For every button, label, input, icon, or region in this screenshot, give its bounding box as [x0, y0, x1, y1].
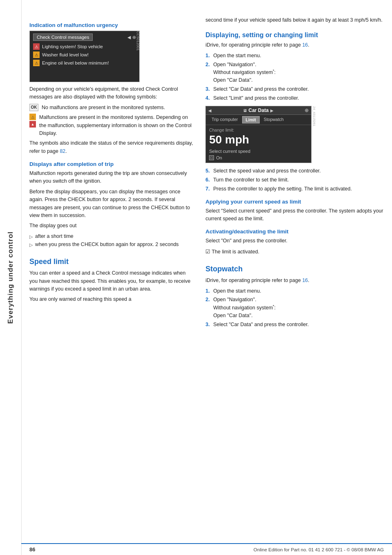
- stopwatch-step-num-2: 2.: [205, 296, 211, 304]
- image-label-1: CC5012001: [136, 31, 140, 51]
- step-num-2: 2.: [205, 61, 211, 69]
- heading-stopwatch: Stopwatch: [205, 265, 384, 273]
- cc-row-3: ⚠ Engine oil level below minimum!: [33, 59, 136, 67]
- stopwatch-step-1: 1. Open the start menu.: [205, 287, 384, 295]
- body-speed-2: You are only warned of reaching this spe…: [29, 295, 194, 303]
- heading-speed-limit: Speed limit: [29, 257, 194, 266]
- heading-malfunction-urgency: Indication of malfunction urgency: [29, 22, 194, 28]
- car-data-forward-arrow: ▶: [270, 108, 274, 113]
- warning-triangle-icon: △: [29, 114, 36, 120]
- body-trip-2: Before the display disappears, you can d…: [29, 188, 194, 220]
- step-num-6: 6.: [205, 176, 211, 184]
- step-text-1: Open the start menu.: [213, 52, 261, 60]
- step-num-4: 4.: [205, 94, 211, 102]
- cc-arrows: ◀ ⊕: [127, 35, 136, 40]
- bullet-arrow-icon-1: ▷: [29, 233, 33, 240]
- body-applying-speed: Select "Select current speed" and press …: [205, 207, 384, 223]
- sidebar-title: Everything under control: [7, 231, 15, 324]
- car-data-top-icon: ⊕: [305, 107, 309, 113]
- checkmark-icon: ☑: [205, 248, 210, 255]
- step-num-5: 5.: [205, 167, 211, 175]
- bullet-text-2: when you press the CHECK button again fo…: [35, 241, 179, 248]
- step-7: 7. Press the controller to apply the set…: [205, 185, 384, 193]
- symbol-ok-text: No malfunctions are present in the monit…: [42, 104, 165, 112]
- idrive-intro-stopwatch: iDrive, for operating principle refer to…: [205, 278, 301, 283]
- image-label-2: 24_43115261: [312, 106, 316, 126]
- car-data-checkbox-row: □ On: [209, 155, 308, 160]
- car-data-tab-stopwatch[interactable]: Stopwatch: [261, 116, 287, 123]
- car-data-tab-limit[interactable]: Limit: [242, 116, 260, 123]
- page-ref-16-stopwatch[interactable]: 16: [302, 278, 308, 283]
- section-speed-limit: Speed limit You can enter a speed and a …: [29, 257, 194, 304]
- stopwatch-step-2: 2. Open "Navigation".Without navigation …: [205, 296, 384, 319]
- step-text-2: Open "Navigation".Without navigation sys…: [213, 61, 276, 84]
- steps-list-1: 1. Open the start menu. 2. Open "Navigat…: [205, 52, 384, 102]
- section-activating-limit: Activating/deactivating the limit Select…: [205, 228, 384, 256]
- car-data-change-limit-label: Change limit:: [209, 128, 308, 132]
- cc-arrow-left: ◀: [127, 35, 131, 40]
- body-speed-continued: second time if your vehicle speed falls …: [205, 16, 384, 24]
- stopwatch-step-num-1: 1.: [205, 287, 211, 295]
- step-4: 4. Select "Limit" and press the controll…: [205, 94, 384, 102]
- cc-title-bar: Check Control messages ◀ ⊕: [33, 34, 136, 41]
- idrive-end: .: [308, 42, 309, 48]
- stopwatch-step-text-3: Select "Car Data" and press the controll…: [213, 321, 309, 329]
- cc-row-text-2: Washer fluid level low!: [42, 52, 89, 57]
- idrive-ref-stopwatch: iDrive, for operating principle refer to…: [205, 277, 384, 284]
- step-text-6: Turn the controller to set the limit.: [213, 176, 289, 184]
- step-2: 2. Open "Navigation".Without navigation …: [205, 61, 384, 84]
- car-data-tabs-row: Trip computer Limit Stopwatch: [206, 115, 311, 125]
- section-displays-after-trip: Displays after completion of trip Malfun…: [29, 161, 194, 248]
- step-num-3: 3.: [205, 85, 211, 93]
- bullet-list-display: ▷ after a short time ▷ when you press th…: [29, 233, 194, 249]
- car-data-ui-box: ◀ 🖥 Car Data ▶ ⊕ Trip computer Limit Sto…: [205, 106, 312, 163]
- page-ref-82[interactable]: 82: [60, 148, 65, 154]
- body-malfunction-1: Depending on your vehicle's equipment, t…: [29, 85, 194, 101]
- section-displaying-limit: Displaying, setting or changing limit iD…: [205, 31, 384, 192]
- right-column: second time if your vehicle speed falls …: [205, 16, 384, 330]
- check-control-image: Check Control messages ◀ ⊕ ⚠ Lighting sy…: [29, 31, 140, 82]
- section-stopwatch: Stopwatch iDrive, for operating principl…: [205, 265, 384, 328]
- ok-icon: OK: [29, 104, 38, 111]
- warning-triangle-icon-2: ▲: [29, 121, 36, 128]
- cc-arrow-icon: ⊕: [132, 35, 136, 40]
- step-3: 3. Select "Car Data" and press the contr…: [205, 85, 384, 93]
- left-column: Indication of malfunction urgency Check …: [29, 16, 194, 330]
- step-text-4: Select "Limit" and press the controller.: [213, 94, 299, 102]
- display-goes-out-text: The display goes out: [29, 222, 194, 230]
- body-activating-2: ☑ The limit is activated.: [205, 248, 384, 256]
- car-data-back-arrow: ◀: [208, 108, 212, 113]
- cc-warning-icon-2: ⚠: [33, 51, 40, 58]
- heading-displays-after-trip: Displays after completion of trip: [29, 161, 194, 167]
- car-data-body: Change limit: 50 mph Select current spee…: [206, 125, 311, 163]
- section-applying-speed: Applying your current speed as limit Sel…: [205, 199, 384, 223]
- page-ref-16-limit[interactable]: 16: [302, 42, 308, 48]
- heading-displaying-limit: Displaying, setting or changing limit: [205, 31, 384, 39]
- stopwatch-step-3: 3. Select "Car Data" and press the contr…: [205, 321, 384, 329]
- steps-list-2: 5. Select the speed value and press the …: [205, 167, 384, 192]
- cc-row-1: ⚠ Lighting system! Stop vehicle: [33, 43, 136, 51]
- warning-icon-group: △ ▲: [29, 114, 36, 128]
- idrive-intro-limit: iDrive, for operating principle refer to…: [205, 42, 301, 48]
- cc-row-text-1: Lighting system! Stop vehicle: [42, 44, 103, 49]
- symbol-warning-text: Malfunctions are present in the monitore…: [39, 114, 194, 137]
- car-data-title-area: 🖥 Car Data ▶: [243, 107, 274, 113]
- steps-list-stopwatch: 1. Open the start menu. 2. Open "Navigat…: [205, 287, 384, 329]
- checkmark-text: The limit is activated.: [212, 249, 259, 255]
- bullet-arrow-icon-2: ▷: [29, 242, 33, 248]
- list-item-bullet-2: ▷ when you press the CHECK button again …: [29, 241, 194, 248]
- cc-warning-icon-3: ⚠: [33, 60, 40, 66]
- heading-activating-limit: Activating/deactivating the limit: [205, 228, 384, 235]
- idrive-ref-limit: iDrive, for operating principle refer to…: [205, 41, 384, 49]
- car-data-tab-trip-computer[interactable]: Trip computer: [208, 116, 241, 123]
- symbol-row-warning: △ ▲ Malfunctions are present in the moni…: [29, 114, 194, 137]
- symbol-row-ok: OK No malfunctions are present in the mo…: [29, 104, 194, 112]
- page-number: 86: [29, 546, 35, 553]
- step-1: 1. Open the start menu.: [205, 52, 384, 60]
- step-num-1: 1.: [205, 52, 211, 60]
- body-service-ref: The symbols also indicate the status of …: [29, 139, 194, 155]
- body-speed-1: You can enter a speed and a Check Contro…: [29, 269, 194, 293]
- step-text-3: Select "Car Data" and press the controll…: [213, 85, 309, 93]
- idrive-end-stopwatch: .: [308, 278, 309, 283]
- car-data-checkbox[interactable]: □: [209, 155, 214, 160]
